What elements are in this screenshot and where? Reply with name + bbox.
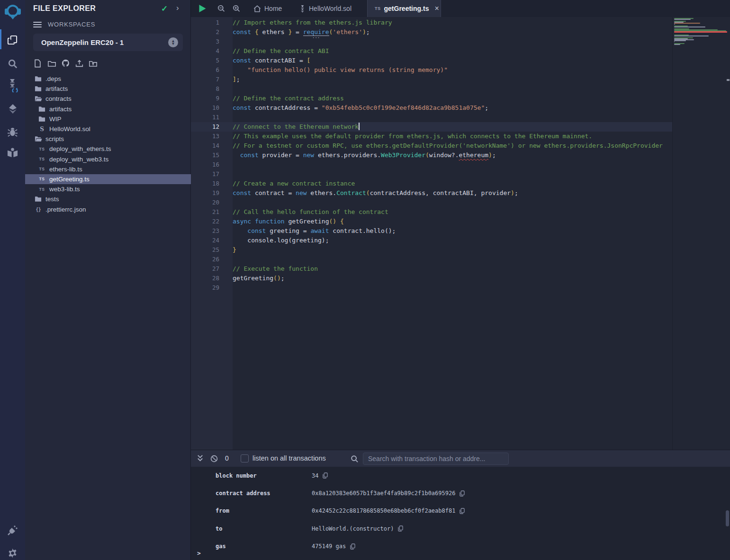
folder-icon [34,86,42,92]
new-folder-icon[interactable] [48,59,56,68]
new-file-icon[interactable] [34,59,42,68]
code-line[interactable]: 7]; [191,75,730,84]
file-tree-item[interactable]: { }.prettierrc.json [25,204,191,214]
code-line[interactable]: 27// Execute the function [191,264,730,274]
zoom-in-icon[interactable] [233,5,240,14]
remix-logo[interactable] [0,3,25,22]
learn-icon[interactable] [0,143,25,162]
code-line[interactable]: 17 [191,169,730,179]
settings-gear-icon[interactable] [0,543,25,560]
collapse-terminal-icon[interactable] [197,454,204,464]
github-icon[interactable] [62,59,70,68]
plugin-manager-icon[interactable] [0,521,25,540]
text-cursor [359,123,360,130]
file-tree-item[interactable]: WIP [25,114,191,124]
line-number: 21 [191,207,219,217]
code-text [219,37,233,46]
code-line[interactable]: 18// Create a new contract instance [191,179,730,188]
code-line[interactable]: 2const { ethers } = require('ethers'); [191,27,730,37]
zoom-out-icon[interactable] [217,5,225,14]
code-line[interactable]: 8 [191,84,730,94]
file-tree-item[interactable]: SHelloWorld.sol [25,124,191,134]
tx-detail-label: from [216,507,312,514]
clear-transactions-icon[interactable] [210,455,218,464]
file-tree-item[interactable]: scripts [25,134,191,144]
copy-icon[interactable] [350,543,355,550]
folder-open-icon [34,136,42,142]
file-tree-item[interactable]: artifacts [25,104,191,114]
code-line[interactable]: 15 const provider = new ethers.providers… [191,151,730,160]
file-explorer-icon[interactable] [0,30,25,49]
file-tree-item[interactable]: TSweb3-lib.ts [25,184,191,194]
tx-detail-row: contract address0x8a120383e6057b1f3aef4f… [191,484,730,502]
line-number: 25 [191,245,219,255]
file-tree-item[interactable]: contracts [25,94,191,104]
ts-icon: TS [38,177,46,181]
code-line[interactable]: 22async function getGreeting() { [191,217,730,226]
tab-home[interactable]: Home [253,0,282,17]
code-line[interactable]: 9// Define the contract address [191,94,730,103]
typescript-icon: TS [375,6,381,11]
file-tree-item[interactable]: .deps [25,74,191,84]
debugger-icon[interactable] [0,122,25,141]
minimap[interactable] [672,17,730,450]
code-line[interactable]: 13// This example uses the default provi… [191,132,730,141]
code-line[interactable]: 14// For a testnet or custom RPC, use et… [191,141,730,151]
file-tree-item[interactable]: TSdeploy_with_web3.ts [25,154,191,164]
listen-checkbox[interactable] [241,454,249,462]
file-tree-item[interactable]: artifacts [25,84,191,94]
code-line[interactable]: 25} [191,245,730,255]
solidity-compiler-icon[interactable] [0,76,25,95]
code-line[interactable]: 28getGreeting(); [191,274,730,283]
file-tree-item[interactable]: TSgetGreeting.ts [25,174,191,184]
upload-folder-icon[interactable] [89,59,97,68]
code-line[interactable]: 11 [191,113,730,122]
file-tree-item[interactable]: tests [25,194,191,204]
code-line[interactable]: 3 [191,37,730,46]
workspace-dropdown[interactable]: OpenZeppelin ERC20 - 1 ▲▼ [33,34,183,51]
line-number: 8 [191,84,219,94]
copy-icon[interactable] [460,490,465,497]
run-play-icon[interactable] [198,4,207,15]
deploy-run-icon[interactable] [0,99,25,118]
code-line[interactable]: 5const contractABI = [ [191,56,730,65]
code-text [219,255,233,264]
code-line[interactable]: 23 const greeting = await contract.hello… [191,226,730,236]
code-line[interactable]: 21// Call the hello function of the cont… [191,207,730,217]
workspaces-label: WORKSPACES [48,21,95,28]
search-icon[interactable] [0,54,25,73]
home-icon [253,5,261,12]
copy-icon[interactable] [398,525,403,532]
transaction-count: 0 [225,454,229,462]
line-number: 11 [191,113,219,122]
upload-file-icon[interactable] [75,59,83,68]
chevron-right-icon[interactable]: › [176,3,179,13]
tab-label: HelloWorld.sol [309,5,351,12]
transaction-search-input[interactable] [363,453,509,465]
code-line[interactable]: 1// Import ethers from the ethers.js lib… [191,18,730,27]
code-line[interactable]: 26 [191,255,730,264]
code-editor[interactable]: 1// Import ethers from the ethers.js lib… [191,17,730,450]
copy-icon[interactable] [460,508,465,514]
code-text: // This example uses the default provide… [219,132,592,141]
file-tree-item[interactable]: TSdeploy_with_ethers.ts [25,144,191,154]
code-line[interactable]: 16 [191,160,730,169]
copy-icon[interactable] [323,472,328,479]
code-line[interactable]: 19const contract = new ethers.Contract(c… [191,188,730,198]
code-line[interactable]: 10const contractAddress = "0xb54febb5c0c… [191,103,730,113]
code-line[interactable]: 6 "function hello() public view returns … [191,65,730,75]
code-line[interactable]: 12// Connect to the Ethereum network [191,122,730,132]
close-icon[interactable]: × [434,4,439,13]
workspaces-menu-icon[interactable] [33,22,42,27]
code-line[interactable]: 20 [191,198,730,207]
tab-getgreeting-active[interactable]: TS getGreeting.ts × [367,0,441,17]
code-text: // For a testnet or custom RPC, use ethe… [219,141,663,151]
file-tree-item[interactable]: TSethers-lib.ts [25,164,191,174]
code-line[interactable]: 29 [191,283,730,293]
solidity-icon [299,5,306,13]
terminal-prompt[interactable]: > [197,550,201,557]
tab-helloworld[interactable]: HelloWorld.sol [299,0,351,17]
code-line[interactable]: 4// Define the contract ABI [191,46,730,56]
terminal-scrollbar[interactable] [726,510,729,526]
code-line[interactable]: 24 console.log(greeting); [191,236,730,245]
